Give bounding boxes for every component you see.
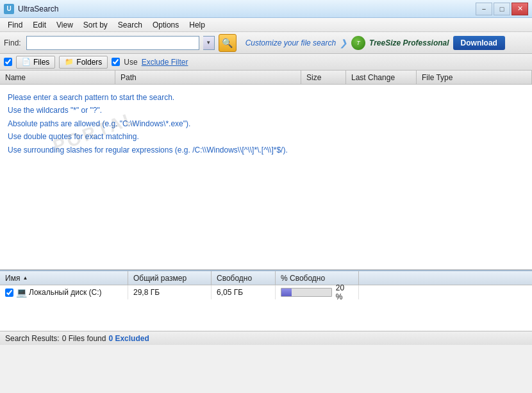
title-bar: U UltraSearch − □ ✕ [0, 0, 532, 18]
info-line-1: Please enter a search pattern to start t… [8, 91, 524, 104]
maximize-button[interactable]: □ [494, 3, 510, 15]
drive-total-cell: 29,8 ГБ [128, 285, 212, 299]
search-button[interactable]: 🔍 [219, 34, 237, 52]
menu-bar: Find Edit View Sort by Search Options He… [0, 18, 532, 32]
folders-icon: 📁 [65, 58, 74, 66]
menu-view[interactable]: View [51, 19, 78, 31]
drive-header: Имя ▲ Общий размер Свободно % Свободно [0, 271, 532, 285]
drive-row[interactable]: 💻 Локальный диск (C:) 29,8 ГБ 6,05 ГБ 20… [0, 285, 532, 299]
search-icon: 🔍 [222, 38, 233, 48]
menu-search[interactable]: Search [113, 19, 147, 31]
drive-col-percent[interactable]: % Свободно [276, 271, 359, 285]
folders-button[interactable]: 📁 Folders [59, 56, 108, 69]
progress-bar-fill [281, 288, 292, 296]
promo-area: Customize your file search ❯ T TreeSize … [245, 36, 505, 50]
drive-name: Локальный диск (C:) [29, 288, 102, 297]
search-results-label: Search Results: [5, 334, 60, 343]
drive-computer-icon: 💻 [16, 287, 27, 297]
app-icon: U [4, 4, 14, 14]
promo-arrow-icon: ❯ [340, 38, 347, 48]
col-header-path[interactable]: Path [115, 71, 301, 84]
download-button[interactable]: Download [453, 36, 505, 50]
files-icon: 📄 [22, 58, 31, 66]
find-input[interactable] [26, 36, 199, 50]
col-header-size[interactable]: Size [301, 71, 346, 84]
drive-percent-cell: 20 % [276, 285, 359, 299]
menu-sortby[interactable]: Sort by [78, 19, 113, 31]
files-label: Files [33, 58, 49, 67]
toolbar: Find: ▼ 🔍 Customize your file search ❯ T… [0, 32, 532, 54]
info-text: Please enter a search pattern to start t… [0, 85, 532, 163]
info-line-4: Use double quotes for exact matching. [8, 130, 524, 143]
drive-col-total[interactable]: Общий размер [128, 271, 212, 285]
find-label: Find: [4, 38, 21, 47]
drive-name-cell: 💻 Локальный диск (C:) [0, 285, 128, 299]
treesize-text: TreeSize Professional [369, 38, 449, 47]
info-line-2: Use the wildcards "*" or "?". [8, 104, 524, 117]
promo-text: Customize your file search [245, 38, 336, 47]
files-button[interactable]: 📄 Files [16, 56, 55, 69]
drive-panel: Имя ▲ Общий размер Свободно % Свободно 💻… [0, 270, 532, 331]
info-line-3: Absolute paths are allowed (e.g. "C:\Win… [8, 117, 524, 130]
status-bar: Search Results: 0 Files found 0 Excluded [0, 331, 532, 345]
filter-bar: 📄 Files 📁 Folders Use Exclude Filter [0, 54, 532, 71]
folders-label: Folders [76, 58, 102, 67]
excluded-text: 0 Excluded [108, 334, 149, 343]
use-checkbox[interactable] [112, 58, 120, 66]
menu-options[interactable]: Options [147, 19, 184, 31]
find-dropdown-button[interactable]: ▼ [203, 36, 215, 50]
drive-percent-text: 20 % [336, 283, 353, 301]
minimize-button[interactable]: − [476, 3, 492, 15]
menu-help[interactable]: Help [184, 19, 210, 31]
progress-bar-bg [281, 288, 332, 297]
col-header-change[interactable]: Last Change [346, 71, 417, 84]
menu-find[interactable]: Find [3, 19, 28, 31]
use-label: Use [124, 58, 137, 67]
files-found-text: 0 Files found [62, 334, 106, 343]
menu-edit[interactable]: Edit [28, 19, 51, 31]
drive-col-name[interactable]: Имя ▲ [0, 271, 128, 285]
treesize-icon: T [351, 36, 365, 50]
sort-arrow-icon: ▲ [22, 275, 28, 281]
drive-checkbox[interactable] [5, 288, 13, 297]
drive-col-free[interactable]: Свободно [212, 271, 276, 285]
close-button[interactable]: ✕ [511, 3, 528, 15]
col-header-type[interactable]: File Type [417, 71, 532, 84]
results-table: Name Path Size Last Change File Type Ple… [0, 71, 532, 270]
app-title: UltraSearch [18, 4, 476, 13]
exclude-filter-link[interactable]: Exclude Filter [142, 58, 188, 67]
drive-free-cell: 6,05 ГБ [212, 285, 276, 299]
col-header-name[interactable]: Name [0, 71, 115, 84]
table-header: Name Path Size Last Change File Type [0, 71, 532, 85]
files-checkbox[interactable] [4, 58, 12, 66]
window-controls: − □ ✕ [476, 3, 528, 15]
info-line-5: Use surrounding slashes for regular expr… [8, 144, 524, 156]
